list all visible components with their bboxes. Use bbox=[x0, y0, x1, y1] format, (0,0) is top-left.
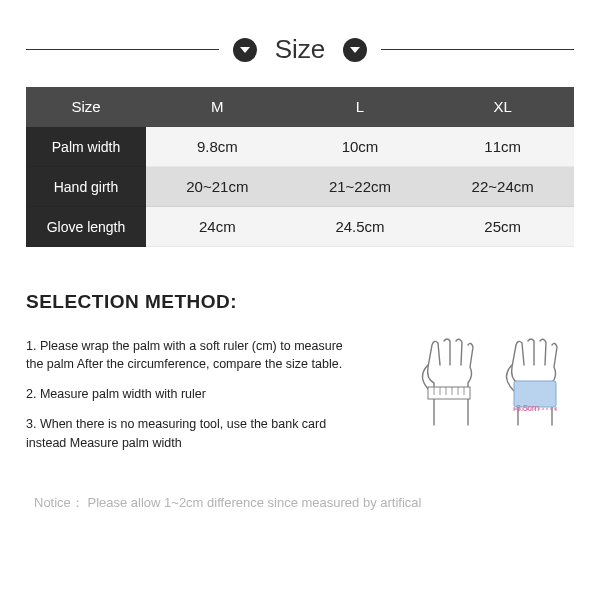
table-row: Palm width 9.8cm 10cm 11cm bbox=[26, 127, 574, 167]
selection-method: SELECTION METHOD: 1. Please wrap the pal… bbox=[26, 291, 574, 464]
selection-step: 3. When there is no measuring tool, use … bbox=[26, 415, 346, 451]
table-header-row: Size M L XL bbox=[26, 87, 574, 127]
cell: 21~22cm bbox=[289, 167, 432, 207]
hand-card-icon: 8.5cm bbox=[498, 335, 572, 427]
cell: 25cm bbox=[431, 207, 574, 247]
row-label: Palm width bbox=[26, 127, 146, 167]
cell: 10cm bbox=[289, 127, 432, 167]
chevron-down-icon bbox=[343, 38, 367, 62]
divider-left bbox=[26, 49, 219, 51]
chevron-down-icon bbox=[233, 38, 257, 62]
col-xl: XL bbox=[431, 87, 574, 127]
table-row: Hand girth 20~21cm 21~22cm 22~24cm bbox=[26, 167, 574, 207]
hand-tape-icon bbox=[414, 335, 488, 427]
cell: 9.8cm bbox=[146, 127, 289, 167]
col-l: L bbox=[289, 87, 432, 127]
size-table: Size M L XL Palm width 9.8cm 10cm 11cm H… bbox=[26, 87, 574, 247]
cell: 11cm bbox=[431, 127, 574, 167]
col-m: M bbox=[146, 87, 289, 127]
card-width-label: 8.5cm bbox=[516, 403, 539, 413]
size-header: Size bbox=[26, 34, 574, 65]
selection-step: 2. Measure palm width with ruler bbox=[26, 385, 346, 403]
selection-illustration: 8.5cm bbox=[414, 291, 574, 464]
selection-step: 1. Please wrap the palm with a soft rule… bbox=[26, 337, 346, 373]
cell: 22~24cm bbox=[431, 167, 574, 207]
selection-text: SELECTION METHOD: 1. Please wrap the pal… bbox=[26, 291, 396, 464]
row-label: Glove length bbox=[26, 207, 146, 247]
divider-right bbox=[381, 49, 574, 51]
row-label: Hand girth bbox=[26, 167, 146, 207]
col-size: Size bbox=[26, 87, 146, 127]
section-title: Size bbox=[271, 34, 330, 65]
selection-heading: SELECTION METHOD: bbox=[26, 291, 396, 313]
cell: 24cm bbox=[146, 207, 289, 247]
cell: 20~21cm bbox=[146, 167, 289, 207]
page: Size Size M L XL Palm width 9.8cm 10cm 1… bbox=[0, 0, 600, 512]
cell: 24.5cm bbox=[289, 207, 432, 247]
table-row: Glove length 24cm 24.5cm 25cm bbox=[26, 207, 574, 247]
notice-text: Notice： Please allow 1~2cm difference si… bbox=[26, 494, 574, 512]
